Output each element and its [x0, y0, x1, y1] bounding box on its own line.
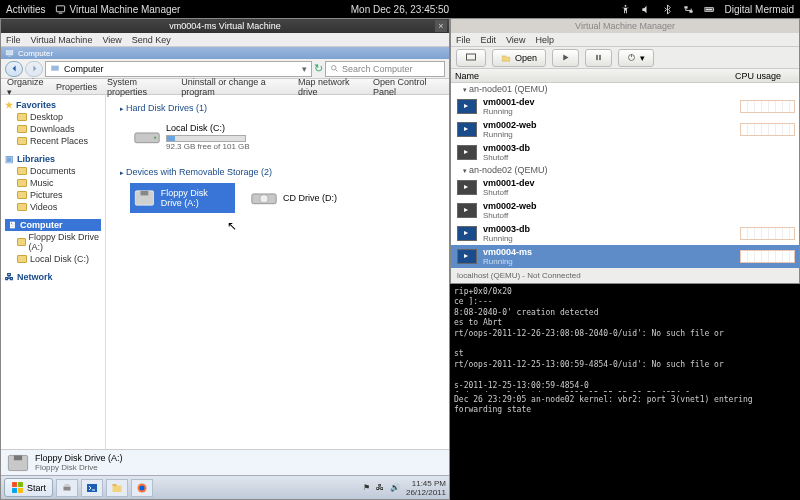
vmm-host[interactable]: an-node01 (QEMU)	[451, 83, 799, 95]
vmm-menu-edit[interactable]: Edit	[481, 35, 497, 45]
vmm-vm-row[interactable]: vm0002-webRunning	[451, 118, 799, 141]
terminal-output-2[interactable]: Dec 26 23:29:05 an-node02 kernel: vbr2: …	[450, 392, 800, 500]
vmm-vm-row[interactable]: vm0001-devShutoff	[451, 176, 799, 199]
address-bar[interactable]: Computer ▾	[45, 61, 312, 77]
nav-localdisk[interactable]: Local Disk (C:)	[5, 253, 101, 265]
volume-icon[interactable]	[641, 4, 652, 15]
system-tray[interactable]: ⚑ 🖧 🔊 11:45 PM 26/12/2011	[363, 479, 446, 497]
open-icon	[501, 53, 511, 63]
vm-window-titlebar[interactable]: vm0004-ms Virtual Machine ×	[1, 19, 449, 33]
vmm-vm-list: an-node01 (QEMU)vm0001-devRunningvm0002-…	[451, 83, 799, 268]
nav-pane: ★Favorites Desktop Downloads Recent Plac…	[1, 95, 106, 449]
taskbar-printer[interactable]	[56, 479, 78, 497]
close-icon[interactable]: ×	[435, 20, 447, 32]
back-button[interactable]	[5, 61, 23, 77]
network-icon[interactable]	[683, 4, 694, 15]
tool-mapdrive[interactable]: Map network drive	[298, 77, 363, 97]
vm-name: vm0002-web	[483, 201, 537, 211]
vmm-host[interactable]: an-node02 (QEMU)	[451, 164, 799, 176]
folder-icon	[17, 191, 27, 199]
hdd-icon	[134, 126, 160, 148]
vm-state: Running	[483, 257, 532, 266]
nav-computer[interactable]: 🖥Computer	[5, 219, 101, 231]
vmm-vm-row[interactable]: vm0002-webShutoff	[451, 199, 799, 222]
tray-network-icon[interactable]: 🖧	[376, 483, 384, 492]
vmm-menu-file[interactable]: File	[456, 35, 471, 45]
host-not-connected[interactable]: localhost (QEMU) - Not Connected	[451, 268, 799, 283]
drive-cd-d[interactable]: CD Drive (D:)	[247, 183, 352, 213]
drive-floppy-a[interactable]: Floppy Disk Drive (A:)	[130, 183, 235, 213]
forward-button[interactable]	[25, 61, 43, 77]
nav-favorites[interactable]: ★Favorites	[5, 99, 101, 111]
pause-icon	[594, 53, 603, 62]
nav-floppy[interactable]: Floppy Disk Drive (A:)	[5, 231, 101, 253]
refresh-icon[interactable]: ↻	[314, 62, 323, 75]
nav-recent[interactable]: Recent Places	[5, 135, 101, 147]
cpu-sparkline	[740, 250, 795, 263]
terminal-output-1[interactable]: rip+0x0/0x20 ce ]:--- 8:08-2040-0' creat…	[450, 284, 800, 392]
taskbar-explorer[interactable]	[106, 479, 128, 497]
new-vm-button[interactable]	[456, 49, 486, 67]
svg-rect-35	[631, 54, 632, 57]
taskbar-powershell[interactable]	[81, 479, 103, 497]
floppy-icon	[7, 453, 29, 473]
drive-icon	[17, 255, 27, 263]
tool-sysprops[interactable]: System properties	[107, 77, 171, 97]
nav-documents[interactable]: Documents	[5, 165, 101, 177]
clock[interactable]: Mon Dec 26, 23:45:50	[351, 4, 449, 15]
open-button[interactable]: Open	[492, 49, 546, 67]
vmm-menu-help[interactable]: Help	[535, 35, 554, 45]
nav-videos[interactable]: Videos	[5, 201, 101, 213]
vmm-column-headers[interactable]: Name CPU usage	[451, 69, 799, 83]
vmm-vm-row[interactable]: vm0003-dbShutoff	[451, 141, 799, 164]
star-icon: ★	[5, 100, 13, 110]
nav-network[interactable]: 🖧Network	[5, 271, 101, 283]
windows-explorer: Computer Computer ▾ ↻ Search Computer Or…	[1, 47, 449, 499]
search-input[interactable]: Search Computer	[325, 61, 445, 77]
tray-volume-icon[interactable]: 🔊	[390, 483, 400, 492]
vmm-vm-row[interactable]: vm0004-msRunning	[451, 245, 799, 268]
drive-icon	[17, 238, 26, 246]
vmm-vm-row[interactable]: vm0003-dbRunning	[451, 222, 799, 245]
menu-vm[interactable]: Virtual Machine	[31, 35, 93, 45]
menu-sendkey[interactable]: Send Key	[132, 35, 171, 45]
computer-icon: 🖥	[8, 220, 17, 230]
current-app[interactable]: Virtual Machine Manager	[55, 4, 180, 15]
tool-ctrlpanel[interactable]: Open Control Panel	[373, 77, 443, 97]
nav-desktop[interactable]: Desktop	[5, 111, 101, 123]
vm-thumbnail-icon	[457, 180, 477, 195]
svg-rect-6	[713, 8, 714, 10]
tool-organize[interactable]: Organize ▾	[7, 77, 46, 97]
run-button[interactable]	[552, 49, 579, 67]
vmm-menu-view[interactable]: View	[506, 35, 525, 45]
tool-uninstall[interactable]: Uninstall or change a program	[181, 77, 288, 97]
nav-music[interactable]: Music	[5, 177, 101, 189]
pause-button[interactable]	[585, 49, 612, 67]
cpu-sparkline	[740, 227, 795, 240]
nav-pictures[interactable]: Pictures	[5, 189, 101, 201]
folder-icon	[17, 137, 27, 145]
tray-flag-icon[interactable]: ⚑	[363, 483, 370, 492]
tool-properties[interactable]: Properties	[56, 82, 97, 92]
vmm-vm-row[interactable]: vm0001-devRunning	[451, 95, 799, 118]
explorer-titlebar[interactable]: Computer	[1, 47, 449, 59]
shutdown-button[interactable]: ▾	[618, 49, 654, 67]
section-removable[interactable]: Devices with Removable Storage (2)	[112, 165, 443, 179]
nav-downloads[interactable]: Downloads	[5, 123, 101, 135]
start-button[interactable]: Start	[4, 478, 53, 497]
menu-file[interactable]: File	[6, 35, 21, 45]
chevron-down-icon[interactable]: ▾	[302, 64, 307, 74]
accessibility-icon[interactable]	[620, 4, 631, 15]
menu-view[interactable]: View	[102, 35, 121, 45]
user-menu[interactable]: Digital Mermaid	[725, 4, 794, 15]
section-hdd[interactable]: Hard Disk Drives (1)	[112, 101, 443, 115]
nav-libraries[interactable]: ▣Libraries	[5, 153, 101, 165]
drive-local-c[interactable]: Local Disk (C:) 92.3 GB free of 101 GB	[130, 119, 290, 155]
bluetooth-icon[interactable]	[662, 4, 673, 15]
activities-button[interactable]: Activities	[6, 4, 45, 15]
taskbar-firefox[interactable]	[131, 479, 153, 497]
battery-icon[interactable]	[704, 4, 715, 15]
cd-icon	[251, 187, 277, 209]
svg-rect-27	[113, 485, 122, 492]
vmm-titlebar[interactable]: Virtual Machine Manager	[451, 19, 799, 33]
